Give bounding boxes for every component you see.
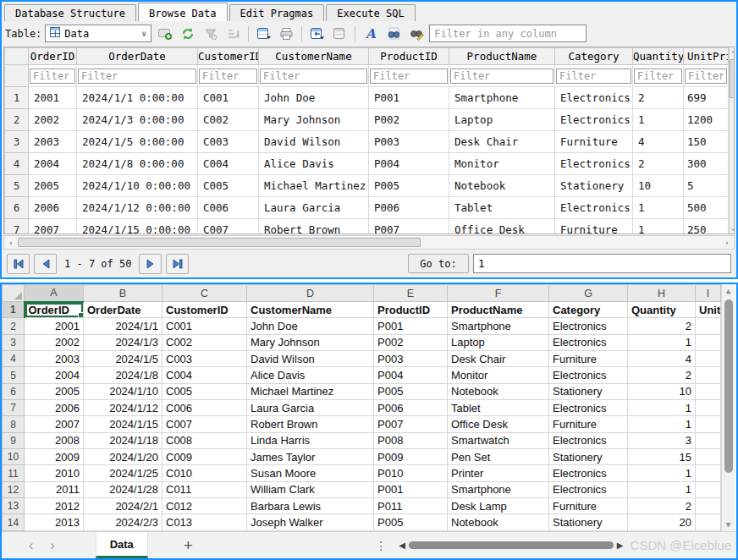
xl-header-cell[interactable]: Category	[549, 302, 628, 318]
filter-any-column-input[interactable]	[429, 25, 587, 42]
db-vertical-scrollbar[interactable]: ⌃ ⌄	[729, 47, 735, 233]
db-cell[interactable]: 2024/1/12 0:00:00	[77, 197, 198, 219]
xl-cell[interactable]: 2024/1/10	[84, 383, 162, 399]
db-column-header[interactable]: CustomerID	[198, 48, 259, 65]
xl-cell[interactable]: 2024/1/15	[84, 416, 162, 432]
xl-cell[interactable]: 2011	[25, 481, 84, 497]
scroll-right-icon[interactable]: ›	[720, 239, 734, 247]
db-table-row[interactable]: 420042024/1/8 0:00:00C004Alice DavisP004…	[5, 153, 729, 175]
add-sheet-icon[interactable]: +	[184, 536, 193, 555]
tab-database-structure[interactable]: Database Structure	[4, 4, 136, 21]
db-cell[interactable]: 2024/1/1 0:00:00	[77, 87, 198, 109]
db-cell[interactable]: Electronics	[555, 197, 633, 219]
xl-header-cell[interactable]: Quantity	[628, 302, 696, 318]
db-table-row[interactable]: 620062024/1/12 0:00:00C006Laura GarciaP0…	[5, 197, 729, 219]
scroll-left-icon[interactable]: ‹	[4, 239, 18, 247]
xl-cell[interactable]	[696, 383, 721, 399]
xl-header-cell[interactable]: OrderDate	[84, 302, 162, 318]
column-header-b[interactable]: B	[84, 285, 162, 302]
export-icon[interactable]	[330, 24, 350, 43]
previous-page-button[interactable]	[34, 254, 57, 274]
db-table-row[interactable]: 720072024/1/15 0:00:00C007Robert BrownP0…	[5, 219, 729, 235]
xl-cell[interactable]: Pen Set	[448, 449, 549, 465]
xl-cell[interactable]: Electronics	[549, 465, 628, 481]
xl-cell[interactable]: Tablet	[448, 400, 549, 416]
clear-filter-icon[interactable]	[201, 24, 220, 43]
xl-header-cell[interactable]: UnitPrice	[696, 302, 721, 318]
xl-row[interactable]: 720062024/1/12C006Laura GarciaP006Tablet…	[3, 400, 721, 416]
xl-cell[interactable]: 3	[628, 432, 696, 448]
select-all-cell[interactable]	[3, 285, 25, 302]
db-cell[interactable]: 1	[633, 197, 684, 219]
db-cell[interactable]: 2005	[29, 175, 77, 197]
tab-edit-pragmas[interactable]: Edit Pragmas	[229, 4, 325, 21]
db-cell[interactable]: 2	[633, 87, 684, 109]
xl-row[interactable]: 420032024/1/5C003David WilsonP003Desk Ch…	[3, 351, 721, 367]
db-column-header[interactable]: OrderDate	[77, 48, 198, 65]
column-header-a[interactable]: A	[25, 285, 84, 302]
more-options-icon[interactable]: ⋮	[375, 539, 387, 552]
xl-cell[interactable]: Desk Lamp	[448, 498, 549, 514]
db-cell[interactable]: 2002	[29, 109, 77, 131]
xl-cell[interactable]: Notebook	[448, 383, 549, 399]
xl-cell[interactable]: 2024/1/28	[84, 481, 162, 497]
xl-cell[interactable]: 2024/1/8	[84, 367, 162, 383]
xl-cell[interactable]: James Taylor	[247, 449, 374, 465]
xl-cell[interactable]: C013	[162, 514, 247, 531]
xl-cell[interactable]: Susan Moore	[247, 465, 374, 481]
xl-cell[interactable]: 15	[628, 449, 696, 465]
db-cell[interactable]: 300	[684, 153, 729, 175]
xl-cell[interactable]: Joseph Walker	[247, 514, 374, 531]
xl-cell[interactable]: 2024/1/20	[84, 449, 162, 465]
db-cell[interactable]: 699	[684, 87, 729, 109]
xl-cell[interactable]	[696, 514, 721, 531]
xl-row[interactable]: 320022024/1/3C002Mary JohnsonP002LaptopE…	[3, 334, 721, 350]
db-cell[interactable]: Electronics	[555, 153, 633, 175]
db-cell[interactable]: Electronics	[555, 87, 633, 109]
xl-cell[interactable]: 1	[628, 416, 696, 432]
xl-cell[interactable]: C005	[162, 383, 247, 399]
xl-cell[interactable]	[696, 400, 721, 416]
xl-cell[interactable]: Stationery	[549, 514, 628, 531]
xl-cell[interactable]: 1	[628, 400, 696, 416]
xl-row[interactable]: 620052024/1/10C005Michael MartinezP005No…	[3, 383, 721, 399]
xl-cell[interactable]: 10	[628, 383, 696, 399]
db-cell[interactable]: Furniture	[555, 219, 633, 235]
db-table-row[interactable]: 220022024/1/3 0:00:00C002Mary JohnsonP00…	[5, 109, 729, 131]
xl-cell[interactable]: 2	[628, 498, 696, 514]
sort-icon[interactable]	[223, 24, 243, 43]
xl-cell[interactable]: Electronics	[549, 367, 628, 383]
db-cell[interactable]: 2024/1/10 0:00:00	[77, 175, 198, 197]
db-filter-input[interactable]	[30, 69, 75, 84]
xl-row[interactable]: 1120102024/1/25C010Susan MooreP010Printe…	[3, 465, 721, 481]
scrollbar-thumb[interactable]	[18, 238, 421, 247]
xl-cell[interactable]	[696, 351, 721, 367]
xl-cell[interactable]: Notebook	[448, 514, 549, 531]
goto-button[interactable]: Go to:	[408, 254, 469, 273]
xl-cell[interactable]: P004	[374, 367, 448, 383]
db-table-row[interactable]: 120012024/1/1 0:00:00C001John DoeP001Sma…	[5, 87, 729, 109]
xl-row[interactable]: 220012024/1/1C001John DoeP001SmartphoneE…	[3, 318, 721, 334]
db-cell[interactable]: Smartphone	[449, 87, 555, 109]
db-table-row[interactable]: 520052024/1/10 0:00:00C005Michael Martin…	[5, 175, 729, 197]
db-cell[interactable]: Mary Johnson	[259, 109, 369, 131]
xl-cell[interactable]: P001	[374, 481, 448, 497]
db-cell[interactable]: Michael Martinez	[259, 175, 369, 197]
goto-record-input[interactable]	[473, 254, 731, 273]
xl-cell[interactable]: Electronics	[549, 400, 628, 416]
db-cell[interactable]: C006	[198, 197, 259, 219]
db-column-header[interactable]: Category	[555, 48, 633, 65]
xl-cell[interactable]: C006	[162, 400, 247, 416]
xl-horizontal-scrollbar[interactable]: ◀ ▶	[399, 541, 623, 550]
xl-cell[interactable]: 2001	[25, 318, 84, 334]
xl-row[interactable]: 1420132024/2/3C013Joseph WalkerP005Noteb…	[3, 514, 721, 531]
db-cell[interactable]: P002	[369, 109, 449, 131]
db-cell[interactable]: Desk Chair	[449, 131, 555, 153]
db-cell[interactable]: C005	[198, 175, 259, 197]
db-cell[interactable]: 10	[633, 175, 684, 197]
row-number[interactable]: 10	[3, 449, 25, 465]
xl-cell[interactable]: P003	[374, 351, 448, 367]
db-filter-input[interactable]	[370, 69, 448, 84]
import-icon[interactable]	[307, 24, 327, 43]
db-cell[interactable]: John Doe	[259, 87, 369, 109]
